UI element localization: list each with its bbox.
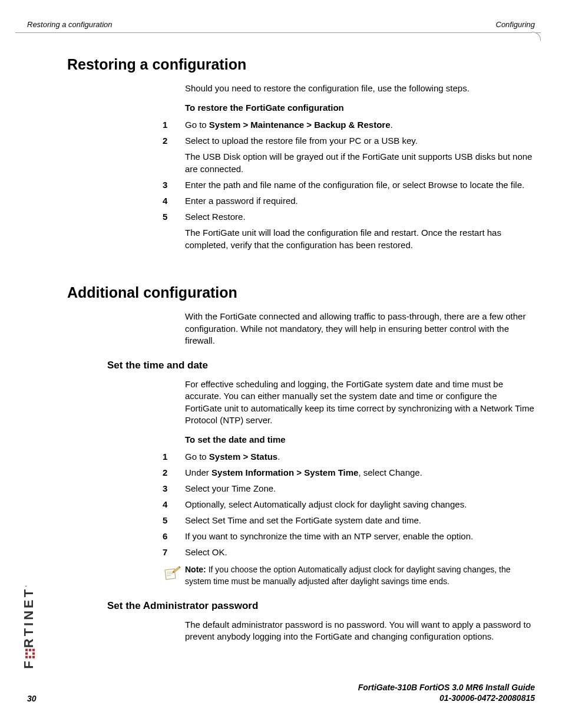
note-text: Note: If you choose the option Automatic… [185, 564, 535, 587]
step-number: 1 [160, 118, 185, 131]
step-item: 5Select Restore.The FortiGate unit will … [160, 210, 535, 251]
step-item: 5Select Set Time and set the FortiGate s… [160, 514, 535, 526]
step-body: Enter the path and file name of the conf… [185, 179, 535, 191]
svg-rect-5 [32, 656, 35, 658]
step-follow: The FortiGate unit will load the configu… [185, 226, 535, 251]
document-page: Restoring a configuration Configuring Re… [0, 0, 562, 728]
subhead-time: To set the date and time [185, 434, 535, 444]
header-left: Restoring a configuration [27, 20, 113, 29]
subheading-admin: Set the Administrator password [107, 600, 535, 612]
subhead-restore: To restore the FortiGate configuration [185, 103, 535, 113]
content-area: Restoring a configuration Should you nee… [27, 56, 535, 643]
heading-additional: Additional configuration [67, 284, 535, 301]
step-number: 3 [160, 179, 185, 191]
doc-line1: FortiGate-310B FortiOS 3.0 MR6 Install G… [358, 682, 535, 693]
svg-rect-6 [32, 653, 35, 655]
note-body: If you choose the option Automatically a… [185, 565, 511, 586]
step-body: Select OK. [185, 546, 535, 558]
para-intro-2: With the FortiGate connected and allowin… [185, 311, 535, 347]
note-icon [160, 564, 185, 583]
para-admin-intro: The default administrator password is no… [185, 619, 535, 643]
step-item: 2Select to upload the restore file from … [160, 134, 535, 175]
step-body: Go to System > Status. [185, 450, 535, 463]
step-body: Under System Information > System Time, … [185, 466, 535, 479]
step-number: 1 [160, 450, 185, 463]
step-body: Select to upload the restore file from y… [185, 134, 535, 175]
subheading-time: Set the time and date [107, 360, 535, 371]
step-item: 1Go to System > Status. [160, 450, 535, 463]
svg-rect-1 [25, 653, 28, 655]
doc-line2: 01-30006-0472-20080815 [358, 693, 535, 703]
step-item: 4Enter a password if required. [160, 195, 535, 207]
step-number: 5 [160, 514, 185, 526]
note-block: Note: If you choose the option Automatic… [160, 564, 535, 587]
step-number: 7 [160, 546, 185, 558]
svg-rect-2 [25, 649, 28, 651]
step-number: 2 [160, 466, 185, 479]
page-number: 30 [27, 694, 37, 703]
step-item: 7Select OK. [160, 546, 535, 558]
step-body: Optionally, select Automatically adjust … [185, 498, 535, 510]
step-body: Select Restore.The FortiGate unit will l… [185, 210, 535, 251]
step-number: 4 [160, 498, 185, 510]
step-body: Select your Time Zone. [185, 482, 535, 495]
svg-rect-0 [25, 656, 28, 658]
step-body: Enter a password if required. [185, 195, 535, 207]
steps-restore: 1Go to System > Maintenance > Backup & R… [160, 118, 535, 251]
step-follow: The USB Disk option will be grayed out i… [185, 150, 535, 175]
header-rule [27, 32, 535, 39]
step-body: If you want to synchronize the time with… [185, 530, 535, 542]
heading-restoring: Restoring a configuration [67, 56, 535, 73]
page-footer: 30 FortiGate-310B FortiOS 3.0 MR6 Instal… [27, 682, 535, 703]
step-item: 1Go to System > Maintenance > Backup & R… [160, 118, 535, 131]
svg-rect-7 [32, 649, 35, 651]
steps-time: 1Go to System > Status.2Under System Inf… [160, 450, 535, 558]
para-intro-1: Should you need to restore the configura… [185, 83, 535, 94]
svg-rect-3 [29, 656, 31, 658]
brand-logo: F RTINET. [21, 583, 37, 669]
step-number: 6 [160, 530, 185, 542]
doc-id: FortiGate-310B FortiOS 3.0 MR6 Install G… [358, 682, 535, 703]
step-number: 2 [160, 134, 185, 175]
svg-rect-4 [29, 649, 31, 651]
step-item: 4Optionally, select Automatically adjust… [160, 498, 535, 510]
step-body: Go to System > Maintenance > Backup & Re… [185, 118, 535, 131]
para-time-intro: For effective scheduling and logging, th… [185, 378, 535, 426]
step-number: 3 [160, 482, 185, 495]
header-right: Configuring [496, 20, 535, 29]
step-item: 6If you want to synchronize the time wit… [160, 530, 535, 542]
step-item: 3Select your Time Zone. [160, 482, 535, 495]
step-body: Select Set Time and set the FortiGate sy… [185, 514, 535, 526]
step-item: 2Under System Information > System Time,… [160, 466, 535, 479]
running-header: Restoring a configuration Configuring [27, 20, 535, 32]
note-label: Note: [185, 565, 206, 574]
step-number: 4 [160, 195, 185, 207]
step-number: 5 [160, 210, 185, 251]
step-item: 3Enter the path and file name of the con… [160, 179, 535, 191]
brand-text: F RTINET. [21, 583, 37, 669]
